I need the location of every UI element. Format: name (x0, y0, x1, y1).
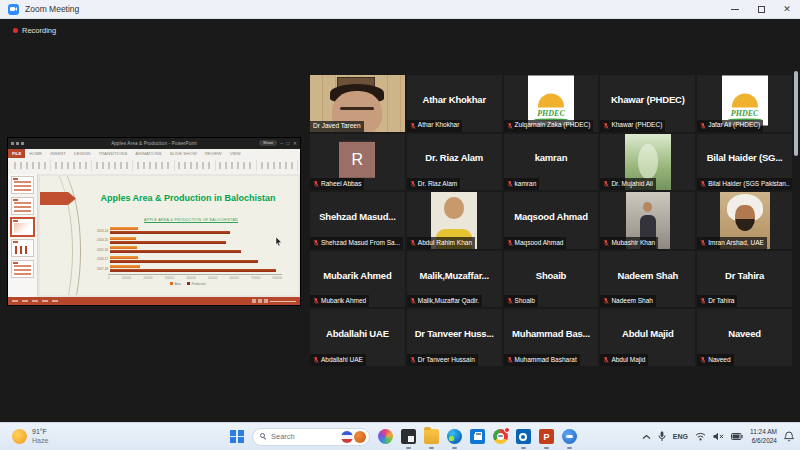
ppt-ribbon-tab[interactable]: ANIMATIONS (131, 149, 165, 158)
microsoft-store-icon[interactable] (470, 429, 485, 444)
participant-tile[interactable]: NaveedNaveed (697, 309, 792, 366)
participant-tile[interactable]: Dr Javed Tareen (310, 75, 405, 132)
participant-label: Athar Khokhar (407, 120, 463, 132)
phdec-sun-icon (538, 93, 564, 107)
dark-app-icon[interactable] (401, 429, 416, 444)
ppt-ribbon-tab[interactable]: REVIEW (201, 149, 226, 158)
ppt-window-controls: – □ ✕ (280, 140, 298, 146)
notification-bell-icon[interactable] (784, 431, 794, 442)
edge-icon[interactable] (447, 429, 462, 444)
powerpoint-icon[interactable]: P (539, 429, 554, 444)
participant-tile[interactable]: Imran Arshad, UAE (697, 192, 792, 249)
participant-name: Shehzad Masud... (312, 192, 403, 241)
participant-label: Abdul Rahim Khan (407, 237, 475, 249)
slide-thumbnail-selected[interactable] (11, 218, 34, 236)
participant-tile[interactable]: Mubarik AhmedMubarik Ahmed (310, 251, 405, 308)
participant-name: Nadeem Shah (602, 251, 693, 300)
participant-label: Khawar (PHDEC) (600, 120, 665, 132)
shared-screen[interactable]: Apples Area & Production - PowerPoint Sh… (8, 138, 300, 305)
clock[interactable]: 11:24 AM 6/6/2024 (750, 428, 777, 445)
participant-tile[interactable]: Mubashir Khan (600, 192, 695, 249)
file-explorer-icon[interactable] (424, 429, 439, 444)
ppt-ribbon-tab[interactable]: INSERT (46, 149, 70, 158)
ppt-ribbon-tab[interactable]: DESIGN (70, 149, 94, 158)
slide-thumbnail[interactable] (11, 176, 34, 194)
basketball-icon (354, 431, 366, 443)
slide-thumbnail[interactable] (11, 239, 34, 257)
tray-time: 11:24 AM (750, 428, 777, 436)
muted-mic-icon (603, 239, 609, 247)
ppt-ribbon-tab[interactable]: FILE (8, 149, 25, 158)
participant-label: Muhammad Basharat (504, 354, 580, 366)
muted-mic-icon (603, 122, 609, 130)
participant-label: Maqsood Ahmad (504, 237, 567, 249)
participant-tile[interactable]: PHDECZulqarnain Zaka (PHDEC) (504, 75, 599, 132)
ppt-current-slide: Apples Area & Production in Balochistan … (40, 176, 298, 295)
ppt-ribbon: FILEHOMEINSERTDESIGNTRANSITIONSANIMATION… (8, 149, 300, 175)
tray-chevron-up-icon[interactable] (642, 434, 651, 440)
ppt-ribbon-tab[interactable]: TRANSITIONS (94, 149, 131, 158)
maximize-button[interactable] (748, 0, 774, 18)
participant-tile[interactable]: Abdallahi UAEAbdallahi UAE (310, 309, 405, 366)
participant-tile[interactable]: Dr Tanveer Huss...Dr Tanveer Hussain (407, 309, 502, 366)
chart-x-axis: 0100000200000300000400000500000600000700… (108, 274, 282, 280)
participant-name: Dr Tanveer Huss... (409, 309, 500, 358)
muted-mic-icon (507, 239, 513, 247)
ppt-ribbon-tabs: FILEHOMEINSERTDESIGNTRANSITIONSANIMATION… (8, 149, 300, 158)
ppt-ribbon-tab[interactable]: SLIDE SHOW (166, 149, 201, 158)
start-button[interactable] (230, 430, 244, 444)
participant-tile[interactable]: Bilal Haider (SG...Bilal Haider (SGS Pak… (697, 134, 792, 191)
participant-tile[interactable]: Muhammad Bas...Muhammad Basharat (504, 309, 599, 366)
chrome-icon[interactable] (493, 429, 508, 444)
muted-mic-icon (410, 239, 416, 247)
ppt-quick-access-icons (11, 142, 24, 145)
ppt-ribbon-tab[interactable]: VIEW (226, 149, 245, 158)
participant-tile[interactable]: ShoaibShoaib (504, 251, 599, 308)
zoom-meeting-window: Zoom Meeting ✕ Recording Apples Area & P… (0, 0, 800, 450)
ppt-slide-thumbnails[interactable] (8, 174, 38, 297)
participant-tile[interactable]: Dr. Mujahid Ali (600, 134, 695, 191)
participant-tile[interactable]: kamrankamran (504, 134, 599, 191)
participant-tile[interactable]: PHDECJafar Ali (PHDEC) (697, 75, 792, 132)
participant-label: Dr Tahira (697, 295, 737, 307)
participant-tile[interactable]: RRaheel Abbas (310, 134, 405, 191)
wifi-icon[interactable] (695, 432, 706, 441)
participant-tile[interactable]: Abdul Rahim Khan (407, 192, 502, 249)
participant-label: kamran (504, 178, 540, 190)
participant-tile[interactable]: Khawar (PHDEC)Khawar (PHDEC) (600, 75, 695, 132)
participant-tile[interactable]: Nadeem ShahNadeem Shah (600, 251, 695, 308)
slide-thumbnail[interactable] (11, 260, 34, 278)
participant-tile[interactable]: Dr TahiraDr Tahira (697, 251, 792, 308)
participant-tile[interactable]: Maqsood AhmadMaqsood Ahmad (504, 192, 599, 249)
ppt-ribbon-tab[interactable]: HOME (25, 149, 46, 158)
phdec-logo: PHDEC (722, 76, 768, 126)
minimize-button[interactable] (722, 0, 748, 18)
close-button[interactable]: ✕ (774, 0, 800, 18)
battery-icon[interactable] (731, 433, 743, 440)
participant-label: Malik,Muzaffar Qadir. (407, 295, 482, 307)
participant-label: Mubarik Ahmed (310, 295, 369, 307)
gallery-scrollbar[interactable] (794, 71, 798, 156)
ppt-ribbon-groups (8, 158, 300, 173)
participant-label: Raheel Abbas (310, 178, 364, 190)
search-box[interactable]: Search (252, 428, 370, 446)
weather-widget[interactable]: 91°F Haze (12, 423, 48, 450)
meeting-area: Recording Apples Area & Production - Pow… (0, 19, 800, 422)
slide-thumbnail[interactable] (11, 197, 34, 215)
ppt-window-title: Apples Area & Production - PowerPoint (111, 141, 197, 146)
recording-indicator[interactable]: Recording (13, 26, 56, 35)
muted-mic-icon (313, 297, 319, 305)
outlook-icon[interactable] (516, 429, 531, 444)
participant-tile[interactable]: Abdul MajidAbdul Majid (600, 309, 695, 366)
blue-circle-app-icon[interactable] (562, 429, 577, 444)
participant-tile[interactable]: Malik,Muzaffar...Malik,Muzaffar Qadir. (407, 251, 502, 308)
participant-tile[interactable]: Athar KhokharAthar Khokhar (407, 75, 502, 132)
speaker-muted-icon[interactable] (713, 432, 724, 441)
participant-tile[interactable]: Dr. Riaz AlamDr. Riaz Alam (407, 134, 502, 191)
participant-name: Maqsood Ahmad (506, 192, 597, 241)
muted-mic-icon (603, 356, 609, 364)
widgets-app-icon[interactable] (378, 429, 393, 444)
participant-tile[interactable]: Shehzad Masud...Shehzad Masud From Sa... (310, 192, 405, 249)
language-indicator[interactable]: ENG (673, 433, 688, 440)
tray-microphone-icon[interactable] (658, 431, 666, 442)
